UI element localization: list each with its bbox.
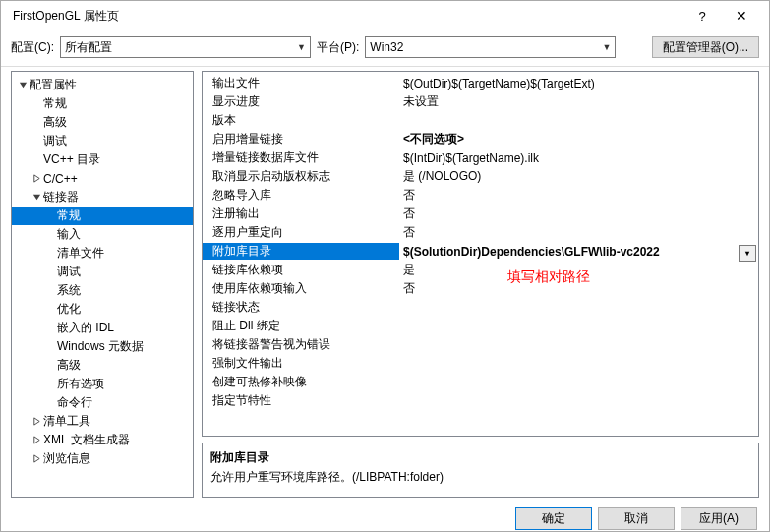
property-row[interactable]: 链接状态 (203, 298, 758, 317)
tree-spacer (43, 359, 57, 373)
property-key: 输出文件 (203, 75, 399, 91)
tree-item[interactable]: 高级 (12, 113, 193, 132)
property-value[interactable]: 否 (399, 280, 758, 297)
tree-expanded-icon[interactable] (16, 79, 30, 92)
tree-item-label: 浏览信息 (43, 450, 90, 467)
property-value[interactable]: $(SolutionDir)Dependencies\GLFW\lib-vc20… (399, 245, 758, 259)
tree-item-label: 调试 (43, 133, 67, 149)
tree-item-label: XML 文档生成器 (43, 432, 130, 448)
tree-item[interactable]: 嵌入的 IDL (12, 319, 193, 337)
property-row[interactable]: 使用库依赖项输入否 (203, 279, 758, 298)
property-row[interactable]: 逐用户重定向否 (203, 223, 758, 242)
tree-spacer (30, 97, 43, 111)
property-row[interactable]: 强制文件输出 (203, 354, 758, 373)
platform-combo[interactable]: Win32 ▼ (365, 36, 616, 58)
property-row[interactable]: 忽略导入库否 (203, 186, 758, 205)
property-key: 版本 (203, 112, 399, 129)
tree-collapsed-icon[interactable] (30, 172, 43, 186)
tree-item[interactable]: XML 文档生成器 (12, 431, 193, 449)
tree-spacer (43, 284, 57, 298)
property-key: 增量链接数据库文件 (203, 149, 399, 166)
tree-item[interactable]: 清单工具 (12, 412, 193, 431)
tree-item-label: 常规 (57, 207, 81, 224)
tree-item[interactable]: 优化 (12, 300, 193, 319)
tree-item-label: Windows 元数据 (57, 338, 144, 355)
description-panel: 附加库目录 允许用户重写环境库路径。(/LIBPATH:folder) (202, 443, 759, 498)
tree-spacer (43, 247, 57, 261)
toolbar: 配置(C): 所有配置 ▼ 平台(P): Win32 ▼ 配置管理器(O)... (1, 30, 769, 67)
tree-item[interactable]: 常规 (12, 207, 193, 225)
property-row[interactable]: 附加库目录$(SolutionDir)Dependencies\GLFW\lib… (203, 242, 758, 261)
property-row[interactable]: 创建可热修补映像 (203, 373, 758, 391)
tree-item-label: 优化 (57, 301, 81, 318)
tree-expanded-icon[interactable] (30, 191, 43, 205)
ok-button[interactable]: 确定 (515, 507, 592, 530)
tree-item-label: C/C++ (43, 172, 78, 186)
description-text: 允许用户重写环境库路径。(/LIBPATH:folder) (210, 469, 750, 486)
property-key: 强制文件输出 (203, 355, 399, 372)
tree-collapsed-icon[interactable] (30, 415, 43, 429)
property-row[interactable]: 版本 (203, 111, 758, 130)
config-value: 所有配置 (65, 39, 297, 56)
help-button[interactable]: ? (682, 1, 722, 30)
dropdown-button[interactable]: ▾ (739, 245, 756, 262)
property-row[interactable]: 注册输出否 (203, 205, 758, 223)
tree-collapsed-icon[interactable] (30, 452, 43, 466)
tree-item[interactable]: C/C++ (12, 169, 193, 188)
tree-item[interactable]: 清单文件 (12, 244, 193, 263)
property-value[interactable]: 是 (399, 262, 758, 278)
tree-spacer (43, 303, 57, 317)
tree-item[interactable]: 常规 (12, 94, 193, 113)
tree-item-label: 高级 (43, 114, 67, 131)
property-row[interactable]: 输出文件$(OutDir)$(TargetName)$(TargetExt) (203, 74, 758, 92)
property-row[interactable]: 指定节特性 (203, 391, 758, 410)
property-row[interactable]: 阻止 Dll 绑定 (203, 317, 758, 335)
tree-item-label: 链接器 (43, 189, 79, 206)
tree-item[interactable]: 调试 (12, 263, 193, 281)
tree-item[interactable]: Windows 元数据 (12, 337, 193, 356)
sidebar-tree[interactable]: 配置属性常规高级调试VC++ 目录C/C++链接器常规输入清单文件调试系统优化嵌… (11, 71, 194, 498)
tree-item[interactable]: 浏览信息 (12, 449, 193, 468)
tree-collapsed-icon[interactable] (30, 434, 43, 447)
tree-item-label: 命令行 (57, 394, 92, 411)
tree-item-label: 所有选项 (57, 376, 104, 392)
tree-item[interactable]: 链接器 (12, 188, 193, 207)
property-value[interactable]: 未设置 (399, 93, 758, 110)
property-value[interactable]: $(OutDir)$(TargetName)$(TargetExt) (399, 77, 758, 90)
property-key: 链接库依赖项 (203, 262, 399, 278)
tree-item[interactable]: VC++ 目录 (12, 150, 193, 169)
tree-item-label: 常规 (43, 95, 67, 112)
chevron-down-icon: ▼ (297, 42, 306, 52)
property-value[interactable]: 否 (399, 224, 758, 241)
tree-item[interactable]: 所有选项 (12, 375, 193, 393)
property-value[interactable]: <不同选项> (399, 131, 758, 148)
property-value[interactable]: 否 (399, 187, 758, 204)
tree-item[interactable]: 命令行 (12, 393, 193, 412)
property-row[interactable]: 增量链接数据库文件$(IntDir)$(TargetName).ilk (203, 148, 758, 167)
tree-spacer (43, 322, 57, 335)
tree-item-label: 调试 (57, 264, 81, 280)
tree-item[interactable]: 输入 (12, 225, 193, 244)
property-value[interactable]: 是 (/NOLOGO) (399, 168, 758, 185)
property-value[interactable]: 否 (399, 206, 758, 222)
close-button[interactable]: ✕ (722, 1, 761, 30)
property-row[interactable]: 取消显示启动版权标志是 (/NOLOGO) (203, 167, 758, 186)
property-row[interactable]: 显示进度未设置 (203, 92, 758, 111)
tree-item[interactable]: 系统 (12, 281, 193, 300)
tree-item[interactable]: 高级 (12, 356, 193, 375)
apply-button[interactable]: 应用(A) (681, 507, 757, 530)
property-row[interactable]: 链接库依赖项是 (203, 261, 758, 279)
tree-spacer (30, 116, 43, 130)
tree-item[interactable]: 调试 (12, 132, 193, 150)
property-grid[interactable]: 输出文件$(OutDir)$(TargetName)$(TargetExt)显示… (202, 71, 759, 437)
config-manager-button[interactable]: 配置管理器(O)... (652, 36, 759, 58)
property-row[interactable]: 将链接器警告视为错误 (203, 335, 758, 354)
tree-item[interactable]: 配置属性 (12, 76, 193, 94)
chevron-down-icon: ▼ (602, 42, 611, 52)
config-combo[interactable]: 所有配置 ▼ (60, 36, 311, 58)
tree-item-label: 高级 (57, 357, 81, 374)
property-value[interactable]: $(IntDir)$(TargetName).ilk (399, 151, 758, 165)
cancel-button[interactable]: 取消 (598, 507, 675, 530)
platform-label: 平台(P): (317, 39, 359, 56)
property-row[interactable]: 启用增量链接<不同选项> (203, 130, 758, 148)
